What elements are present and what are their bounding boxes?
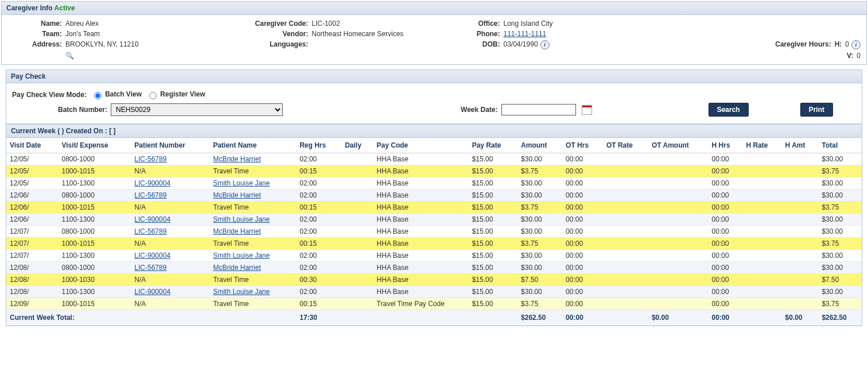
patient-name-link[interactable]: McBride Harriet xyxy=(213,227,260,235)
paycheck-table: Visit DateVisit/ ExpensePatient NumberPa… xyxy=(6,138,862,326)
paycheck-panel: Pay Check Pay Check View Mode: Batch Vie… xyxy=(6,69,862,326)
patient-name-link[interactable]: Smith Louise Jane xyxy=(213,288,270,296)
name-label: Name: xyxy=(7,20,62,28)
search-button[interactable]: Search xyxy=(709,103,749,117)
info-icon[interactable]: i xyxy=(851,40,861,49)
office-value: Long Island City xyxy=(504,20,553,28)
table-header: Visit Date xyxy=(6,138,59,153)
dob-label: DOB: xyxy=(437,40,500,48)
hours-v-value: 0 xyxy=(857,52,861,60)
print-button[interactable]: Print xyxy=(800,103,833,117)
table-row: 12/09/1000-1015N/ATravel Time00:15Travel… xyxy=(6,298,862,310)
vendor-label: Vendor: xyxy=(222,30,308,38)
week-date-input[interactable] xyxy=(501,104,576,115)
table-row: 12/07/1000-1015N/ATravel Time00:15HHA Ba… xyxy=(6,238,862,250)
batch-view-radio-label[interactable]: Batch View xyxy=(91,90,142,99)
hours-h-label: H: xyxy=(835,40,842,48)
table-header: H Hrs xyxy=(709,138,743,153)
table-header: Pay Code xyxy=(373,138,469,153)
patient-number-link[interactable]: LIC-900004 xyxy=(134,288,170,296)
batch-view-radio[interactable] xyxy=(94,92,102,99)
batch-number-select[interactable]: NEHS0029 xyxy=(111,103,283,116)
caregiver-info-header: Caregiver Info Active xyxy=(2,2,866,15)
register-view-radio[interactable] xyxy=(149,92,157,99)
hours-v-label: V: xyxy=(847,52,853,60)
table-row: 12/07/0800-1000LIC-56789McBride Harriet0… xyxy=(6,226,862,238)
table-header: H Amt xyxy=(782,138,819,153)
patient-number-link[interactable]: LIC-900004 xyxy=(134,252,170,260)
calendar-icon[interactable] xyxy=(582,105,592,115)
patient-name-link[interactable]: McBride Harriet xyxy=(213,264,260,272)
table-header: OT Amount xyxy=(648,138,709,153)
patient-number-link[interactable]: LIC-56789 xyxy=(134,227,166,235)
table-row: 12/08/1100-1300LIC-900004Smith Louise Ja… xyxy=(6,286,862,298)
table-header: Reg Hrs xyxy=(296,138,341,153)
view-mode-label: Pay Check View Mode: xyxy=(12,91,87,99)
patient-name-link[interactable]: Smith Louise Jane xyxy=(213,252,270,260)
table-row: 12/07/1100-1300LIC-900004Smith Louise Ja… xyxy=(6,250,862,262)
vendor-value: Northeast Homecare Services xyxy=(312,30,403,38)
table-row: 12/06/0800-1000LIC-56789McBride Harriet0… xyxy=(6,190,862,202)
hours-h-value: 0 xyxy=(845,40,849,48)
table-header: Amount xyxy=(517,138,562,153)
patient-number-link[interactable]: LIC-900004 xyxy=(134,179,170,187)
table-header: Patient Name xyxy=(209,138,296,153)
patient-name-link[interactable]: McBride Harriet xyxy=(213,155,260,163)
name-value: Abreu Alex xyxy=(65,20,99,28)
patient-name-link[interactable]: McBride Harriet xyxy=(213,191,260,199)
team-label: Team: xyxy=(7,30,62,38)
code-label: Caregiver Code: xyxy=(222,20,308,28)
table-row: 12/08/0800-1000LIC-56789McBride Harriet0… xyxy=(6,262,862,274)
table-row: 12/06/1000-1015N/ATravel Time00:15HHA Ba… xyxy=(6,202,862,214)
zoom-icon[interactable]: 🔍 xyxy=(65,52,73,60)
address-value: BROOKLYN, NY, 11210 xyxy=(65,40,139,48)
table-header: Visit/ Expense xyxy=(59,138,131,153)
patient-name-link[interactable]: Smith Louise Jane xyxy=(213,215,270,223)
address-label: Address: xyxy=(7,40,62,48)
table-header: H Rate xyxy=(743,138,782,153)
table-header: Pay Rate xyxy=(469,138,517,153)
office-label: Office: xyxy=(437,20,500,28)
lang-label: Languages: xyxy=(222,40,308,48)
totals-row: Current Week Total: 17:30 $262.50 00:00 … xyxy=(6,310,862,326)
status-badge: Active xyxy=(55,4,75,12)
paycheck-header: Pay Check xyxy=(6,70,862,83)
table-header: Daily xyxy=(341,138,373,153)
register-view-radio-label[interactable]: Register View xyxy=(146,90,205,99)
week-date-label: Week Date: xyxy=(461,106,497,114)
table-row: 12/05/0800-1000LIC-56789McBride Harriet0… xyxy=(6,153,862,165)
patient-number-link[interactable]: LIC-56789 xyxy=(134,155,166,163)
hours-label: Caregiver Hours: xyxy=(775,40,831,48)
batch-number-label: Batch Number: xyxy=(58,106,107,114)
table-header: OT Hrs xyxy=(562,138,603,153)
table-row: 12/06/1100-1300LIC-900004Smith Louise Ja… xyxy=(6,214,862,226)
patient-number-link[interactable]: LIC-56789 xyxy=(134,264,166,272)
table-row: 12/05/1100-1300LIC-900004Smith Louise Ja… xyxy=(6,177,862,190)
table-header: OT Rate xyxy=(603,138,648,153)
phone-label: Phone: xyxy=(437,30,500,38)
panel-title: Caregiver Info xyxy=(6,4,53,12)
dob-value: 03/04/1990 xyxy=(504,40,538,48)
table-header: Patient Number xyxy=(131,138,209,153)
phone-link[interactable]: 111-111-1111 xyxy=(504,30,547,38)
caregiver-info-panel: Caregiver Info Active Name: Abreu Alex C… xyxy=(1,1,867,65)
current-week-header: Current Week ( ) Created On : [ ] xyxy=(6,124,862,138)
team-value: Jon's Team xyxy=(65,30,100,38)
patient-number-link[interactable]: LIC-56789 xyxy=(134,191,166,199)
code-value: LIC-1002 xyxy=(312,20,340,28)
patient-name-link[interactable]: Smith Louise Jane xyxy=(213,179,270,187)
table-header: Total xyxy=(818,138,862,153)
table-row: 12/08/1000-1030N/ATravel Time00:30HHA Ba… xyxy=(6,274,862,286)
patient-number-link[interactable]: LIC-900004 xyxy=(134,215,170,223)
info-icon[interactable]: i xyxy=(540,40,550,49)
table-row: 12/05/1000-1015N/ATravel Time00:15HHA Ba… xyxy=(6,165,862,177)
